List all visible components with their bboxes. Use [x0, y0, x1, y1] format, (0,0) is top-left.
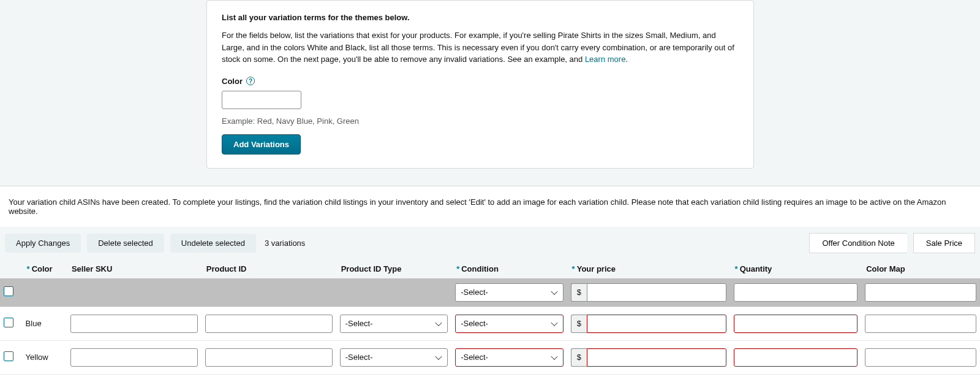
row-color-value: Yellow — [22, 340, 67, 374]
variations-toolbar: Apply Changes Delete selected Undelete s… — [0, 227, 980, 259]
col-seller-sku: Seller SKU — [67, 259, 202, 278]
bulk-quantity-input[interactable] — [734, 283, 858, 302]
product-id-input[interactable] — [205, 315, 333, 333]
bulk-price-input[interactable] — [587, 283, 726, 302]
product-id-type-select[interactable]: -Select- — [340, 315, 448, 333]
price-input[interactable] — [587, 315, 726, 333]
description-suffix: . — [625, 55, 628, 64]
color-label-row: Color ? — [222, 77, 739, 86]
currency-symbol: $ — [571, 315, 587, 333]
table-row: Blue -Select- -Select- $ — [0, 307, 980, 340]
colormap-input[interactable] — [865, 348, 976, 367]
color-example-text: Example: Red, Navy Blue, Pink, Green — [222, 117, 739, 126]
currency-symbol: $ — [571, 348, 587, 367]
condition-select[interactable]: -Select- — [455, 348, 563, 367]
variation-terms-title: List all your variation terms for the th… — [222, 13, 739, 22]
offer-condition-note-button[interactable]: Offer Condition Note — [809, 233, 907, 253]
delete-selected-button[interactable]: Delete selected — [87, 234, 164, 253]
quantity-input[interactable] — [734, 315, 858, 333]
sale-price-button[interactable]: Sale Price — [913, 233, 975, 253]
quantity-input[interactable] — [734, 348, 858, 367]
color-label: Color — [222, 77, 243, 86]
select-value: -Select- — [461, 319, 488, 328]
seller-sku-input[interactable] — [70, 348, 198, 367]
row-color-value: Blue — [22, 307, 67, 340]
product-id-type-select[interactable]: -Select- — [340, 348, 448, 367]
select-all-checkbox[interactable] — [4, 286, 13, 296]
learn-more-link[interactable]: Learn more — [585, 55, 625, 64]
help-icon[interactable]: ? — [246, 77, 255, 85]
select-value: -Select- — [345, 319, 373, 328]
col-quantity: *Quantity — [730, 259, 862, 278]
product-id-input[interactable] — [205, 348, 333, 367]
undelete-selected-button[interactable]: Undelete selected — [170, 234, 256, 253]
apply-changes-button[interactable]: Apply Changes — [5, 234, 81, 253]
variations-table: *Color Seller SKU Product ID Product ID … — [0, 259, 980, 383]
table-row: Green -Select- -Select- $ — [0, 374, 980, 382]
bulk-edit-row: -Select- $ — [0, 278, 980, 307]
currency-symbol: $ — [571, 283, 587, 302]
variation-terms-description-text: For the fields below, list the variation… — [222, 31, 734, 64]
variation-terms-card: List all your variation terms for the th… — [206, 0, 754, 169]
row-color-value: Green — [22, 374, 67, 382]
asin-created-notice: Your variation child ASINs have been cre… — [0, 186, 980, 227]
select-placeholder: -Select- — [461, 288, 488, 297]
price-input[interactable] — [587, 348, 726, 367]
row-checkbox[interactable] — [4, 318, 13, 327]
variation-count: 3 variations — [265, 239, 305, 248]
select-value: -Select- — [345, 353, 373, 362]
add-variations-button[interactable]: Add Variations — [222, 134, 301, 155]
col-product-id: Product ID — [202, 259, 336, 278]
variation-terms-description: For the fields below, list the variation… — [222, 29, 739, 66]
col-color-map: Color Map — [861, 259, 980, 278]
select-value: -Select- — [461, 353, 488, 362]
color-input[interactable] — [222, 91, 301, 109]
col-your-price: *Your price — [567, 259, 730, 278]
colormap-input[interactable] — [865, 315, 976, 333]
col-product-id-type: Product ID Type — [336, 259, 451, 278]
row-checkbox[interactable] — [4, 351, 13, 361]
condition-select[interactable]: -Select- — [455, 315, 563, 333]
bulk-condition-select[interactable]: -Select- — [455, 283, 563, 302]
seller-sku-input[interactable] — [70, 315, 198, 333]
bulk-colormap-input[interactable] — [865, 283, 976, 302]
col-color: *Color — [22, 259, 67, 278]
table-row: Yellow -Select- -Select- $ — [0, 340, 980, 374]
table-header-row: *Color Seller SKU Product ID Product ID … — [0, 259, 980, 278]
col-condition: *Condition — [451, 259, 567, 278]
